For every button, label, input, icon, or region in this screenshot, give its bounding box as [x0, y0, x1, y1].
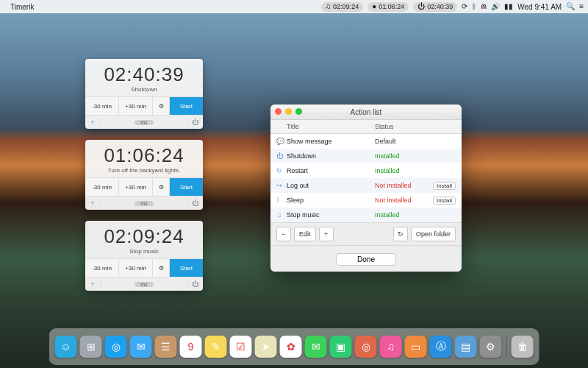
start-button[interactable]: Start: [170, 259, 203, 277]
refresh-icon: ↻: [398, 230, 404, 238]
timer-card-music: 02:09:24 Stop music -30 min +30 min ⚙ St…: [85, 221, 203, 291]
minus-30-button[interactable]: -30 min: [85, 259, 119, 277]
dock-app-trash[interactable]: 🗑: [512, 336, 534, 358]
timer-card-lights: 01:06:24 Turn off the backyard lights. -…: [85, 140, 203, 210]
install-button[interactable]: Install: [433, 182, 456, 190]
row-title: Restart: [287, 167, 375, 174]
dock-app-preview[interactable]: ▤: [455, 336, 477, 358]
wifi-icon[interactable]: ⋒: [481, 3, 487, 10]
table-row[interactable]: ⏻ShutdownInstalled: [270, 149, 462, 163]
dock: ☺⊞◎✉☰9✎☑➤✿✉▣◎♫▭Ⓐ▤⚙🗑: [49, 328, 539, 365]
dock-app-facetime[interactable]: ▣: [330, 336, 352, 358]
row-title: Show message: [287, 138, 375, 145]
dock-app-ibooks[interactable]: ▭: [405, 336, 427, 358]
gear-button[interactable]: ⚙: [153, 259, 170, 277]
dock-app-photos[interactable]: ✿: [280, 336, 302, 358]
minimize-icon[interactable]: [285, 108, 292, 115]
table-row[interactable]: ♫Stop musicInstalled: [270, 208, 462, 222]
minus-30-button[interactable]: -30 min: [85, 178, 119, 196]
gear-icon: ⚙: [159, 103, 164, 110]
add-timer-button[interactable]: +: [85, 280, 101, 288]
row-title: Shutdown: [287, 152, 375, 160]
timer-chip[interactable]: m1: [135, 201, 154, 206]
timer-card-shutdown: 02:40:39 Shutdown -30 min +30 min ⚙ Star…: [85, 59, 203, 129]
timer-time: 02:09:24: [85, 221, 203, 248]
action-list-window: Action list Title Status 💬Show messageDe…: [270, 105, 462, 272]
dock-app-contacts[interactable]: ☰: [155, 336, 177, 358]
menubar-pill-power[interactable]: ⏻02:40:39: [413, 2, 457, 12]
music-icon: ♫: [326, 3, 331, 10]
add-timer-button[interactable]: +: [85, 199, 101, 207]
desktop: Timerik ♫02:09:24 ●01:06:24 ⏻02:40:39 ⟳ …: [0, 0, 588, 368]
bluetooth-icon[interactable]: ᛒ: [472, 3, 476, 10]
add-button[interactable]: +: [319, 227, 334, 241]
row-title: Sleep: [287, 197, 375, 204]
dock-app-mail[interactable]: ✉: [130, 336, 152, 358]
row-title: Log out: [287, 182, 375, 189]
dock-app-reminders[interactable]: ☑: [230, 336, 252, 358]
close-icon[interactable]: [275, 108, 282, 115]
table-row[interactable]: 💬Show messageDefault: [270, 134, 462, 149]
menubar-clock[interactable]: Wed 9:41 AM: [517, 3, 562, 11]
plus-30-button[interactable]: +30 min: [119, 259, 153, 277]
app-menu-title[interactable]: Timerik: [10, 3, 34, 11]
dock-app-appstore[interactable]: Ⓐ: [430, 336, 452, 358]
spotlight-icon[interactable]: 🔍: [566, 3, 575, 10]
dock-app-calendar[interactable]: 9: [180, 336, 202, 358]
timer-chip[interactable]: m1: [135, 282, 154, 287]
power-button[interactable]: ⏻: [187, 199, 203, 207]
row-icon: 💬: [276, 138, 287, 145]
row-icon: ⏻: [276, 152, 287, 160]
dock-app-maps[interactable]: ➤: [255, 336, 277, 358]
start-button[interactable]: Start: [170, 178, 203, 196]
timer-label: Shutdown: [85, 86, 203, 96]
row-title: Stop music: [287, 211, 375, 219]
row-status: Installed: [375, 211, 426, 219]
open-folder-button[interactable]: Open folder: [411, 227, 456, 241]
dock-app-launchpad[interactable]: ⊞: [80, 336, 102, 358]
add-timer-button[interactable]: +: [85, 118, 101, 126]
col-status[interactable]: Status: [375, 123, 426, 130]
dock-app-photobooth[interactable]: ◎: [355, 336, 377, 358]
table-row[interactable]: ↻RestartInstalled: [270, 163, 462, 178]
menubar-pill-music[interactable]: ♫02:09:24: [321, 2, 364, 12]
dock-app-safari[interactable]: ◎: [105, 336, 127, 358]
menubar-pill-timer[interactable]: ●01:06:24: [368, 2, 409, 12]
col-title[interactable]: Title: [287, 123, 375, 130]
plus-30-button[interactable]: +30 min: [119, 178, 153, 196]
timer-time: 01:06:24: [85, 140, 203, 167]
power-button[interactable]: ⏻: [187, 118, 203, 126]
dock-app-notes[interactable]: ✎: [205, 336, 227, 358]
done-button[interactable]: Done: [336, 253, 396, 266]
table-row[interactable]: ☾SleepNot installedInstall: [270, 193, 462, 208]
start-button[interactable]: Start: [170, 97, 203, 115]
row-status: Not installed: [375, 197, 426, 204]
plus-30-button[interactable]: +30 min: [119, 97, 153, 115]
dock-app-itunes[interactable]: ♫: [380, 336, 402, 358]
window-title: Action list: [351, 108, 382, 116]
row-icon: ♫: [276, 211, 287, 219]
dock-app-settings[interactable]: ⚙: [480, 336, 502, 358]
edit-button[interactable]: Edit: [294, 227, 316, 241]
sync-icon[interactable]: ⟳: [462, 3, 467, 10]
remove-button[interactable]: −: [276, 227, 291, 241]
timer-label: Stop music: [85, 248, 203, 258]
battery-icon[interactable]: ▮▮: [504, 3, 513, 10]
timer-time: 02:40:39: [85, 59, 203, 86]
volume-icon[interactable]: 🔊: [491, 3, 500, 10]
install-button[interactable]: Install: [433, 197, 456, 205]
window-titlebar[interactable]: Action list: [270, 105, 462, 120]
gear-button[interactable]: ⚙: [153, 97, 170, 115]
zoom-icon[interactable]: [295, 108, 302, 115]
timer-chip[interactable]: m1: [135, 120, 154, 125]
refresh-button[interactable]: ↻: [393, 227, 408, 241]
power-icon: ⏻: [417, 3, 425, 10]
row-icon: ↻: [276, 167, 287, 174]
power-button[interactable]: ⏻: [187, 280, 203, 288]
dock-app-messages[interactable]: ✉: [305, 336, 327, 358]
gear-button[interactable]: ⚙: [153, 178, 170, 196]
dock-app-finder[interactable]: ☺: [55, 336, 77, 358]
table-row[interactable]: ↪Log outNot installedInstall: [270, 178, 462, 193]
minus-30-button[interactable]: -30 min: [85, 97, 119, 115]
notification-center-icon[interactable]: ≡: [579, 3, 584, 10]
